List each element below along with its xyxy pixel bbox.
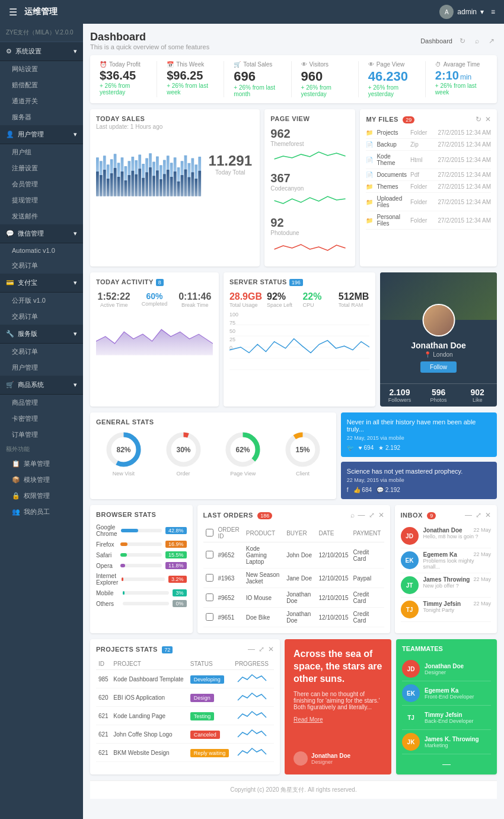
- sidebar-item-auto[interactable]: Automatic v1.0: [0, 243, 83, 258]
- sidebar-item-compensation[interactable]: 赔偿配置: [0, 77, 83, 93]
- sidebar-item-sendemail[interactable]: 发送邮件: [0, 208, 83, 224]
- sidebar-section-shop[interactable]: 🛒 商品系统 ▾: [0, 376, 83, 395]
- svg-rect-45: [149, 167, 152, 196]
- chevron-wechat-icon: ▾: [74, 230, 77, 237]
- sidebar-item-permission-mgmt[interactable]: 🔒 权限管理: [0, 488, 83, 504]
- orders-minus-icon[interactable]: —: [358, 511, 365, 519]
- order-checkbox-3[interactable]: [206, 613, 213, 621]
- browser-name-0: Google Chrome: [96, 524, 117, 537]
- search-button[interactable]: ⌕: [473, 36, 481, 46]
- order-checkbox-1[interactable]: [206, 574, 213, 582]
- total-sales-change: + 26% from last month: [234, 84, 286, 97]
- inbox-expand-icon[interactable]: ⤢: [476, 511, 481, 519]
- twitter-card: Never in all their history have men been…: [341, 412, 497, 457]
- shop-icon: 🛒: [6, 381, 14, 389]
- total-usage-stat: 28.9GB Total Usage: [229, 291, 262, 308]
- order-checkbox-2[interactable]: [206, 593, 213, 601]
- browser-pct-2: 15.5%: [165, 551, 187, 558]
- order-id-1: #1963: [216, 569, 244, 588]
- order-checkbox-0[interactable]: [206, 551, 213, 558]
- svg-text:15%: 15%: [295, 446, 310, 454]
- sidebar-item-channel[interactable]: 通道开关: [0, 93, 83, 109]
- inbox-time-1: 22 May: [473, 551, 491, 558]
- table-row: #9652 IO Mouse Jonathan Doe 12/10/2015 C…: [203, 588, 384, 608]
- breadcrumb-dashboard[interactable]: Dashboard: [420, 37, 452, 45]
- visitors-change: + 26% from yesterday: [301, 84, 353, 97]
- sidebar-item-module-mgmt[interactable]: 📦 模块管理: [0, 472, 83, 488]
- orders-col-checkbox: [203, 524, 216, 542]
- teammates-expand-icon[interactable]: —: [442, 759, 451, 769]
- browser-row-3: Opera 11.8%: [96, 562, 187, 569]
- orders-close-icon[interactable]: ✕: [378, 511, 384, 519]
- inbox-close-icon[interactable]: ✕: [485, 511, 491, 519]
- inbox-panel: INBOX 9 — ⤢ ✕ JD Jonathan Doe 22 May Hel…: [395, 505, 497, 633]
- stat-this-week: 📅 This Week $96.25 + 26% from last week: [162, 61, 224, 97]
- svg-rect-54: [181, 175, 184, 196]
- files-refresh-icon[interactable]: ↻: [476, 115, 481, 123]
- sidebar-item-server[interactable]: 服务器: [0, 109, 83, 125]
- folder-icon-0: 📁: [366, 129, 373, 136]
- teammate-role-0: Designer: [425, 669, 464, 675]
- sidebar-item-withdraw[interactable]: 提现管理: [0, 192, 83, 208]
- hamburger-icon[interactable]: ☰: [9, 7, 17, 18]
- page-view-panel: PAGE VIEW 962 Themeforest 367 Codecanyon: [264, 109, 355, 266]
- sidebar-section-alipay[interactable]: 💳 支付宝 ▾: [0, 274, 83, 293]
- sidebar-item-register[interactable]: 注册设置: [0, 160, 83, 176]
- sidebar-item-wechat-orders[interactable]: 交易订单: [0, 258, 83, 274]
- project-id-0: 985: [96, 670, 111, 688]
- sidebar-item-products[interactable]: 商品管理: [0, 395, 83, 411]
- total-usage-value: 28.9GB: [229, 291, 262, 302]
- blog-author-avatar: [294, 751, 308, 766]
- browser-bar-3: [120, 564, 162, 567]
- project-name-1: EBI iOS Application: [111, 688, 187, 707]
- settings-icon: ⚙: [6, 47, 12, 55]
- sidebar-section-service[interactable]: 🔧 服务版 ▾: [0, 325, 83, 344]
- orders-expand-icon[interactable]: ⤢: [369, 511, 375, 519]
- inbox-minus-icon[interactable]: —: [465, 511, 472, 519]
- project-status-1: Design: [188, 688, 232, 707]
- select-all-checkbox[interactable]: [206, 529, 213, 537]
- chart-button[interactable]: ↗: [486, 36, 497, 46]
- order-date-1: 12/10/2015: [317, 569, 351, 588]
- orders-search-icon[interactable]: ⌕: [350, 511, 355, 519]
- wechat-icon: 💬: [6, 230, 14, 237]
- fb-comments: 💬 2.192: [377, 487, 400, 493]
- sidebar-section-user[interactable]: 👤 用户管理 ▾: [0, 125, 83, 144]
- sidebar-item-alipay-orders[interactable]: 交易订单: [0, 309, 83, 325]
- sidebar-item-website[interactable]: 网站设置: [0, 61, 83, 77]
- sidebar-item-menu-mgmt[interactable]: 📋 菜单管理: [0, 456, 83, 472]
- follow-button[interactable]: Follow: [420, 361, 457, 373]
- svg-rect-39: [127, 175, 130, 196]
- order-product-3: Doe Bike: [244, 608, 284, 627]
- sidebar-item-alipay-public[interactable]: 公开版 v1.0: [0, 293, 83, 309]
- projects-close-icon[interactable]: ✕: [268, 645, 274, 653]
- blog-text: There can be no thought of finishing for…: [294, 691, 382, 710]
- admin-label: admin: [457, 8, 477, 16]
- sidebar-item-orders[interactable]: 订单管理: [0, 427, 83, 443]
- projects-expand-icon[interactable]: ⤢: [259, 645, 264, 653]
- pv-chart-2: [270, 236, 349, 254]
- list-icon[interactable]: ≡: [491, 8, 495, 16]
- blog-read-more[interactable]: Read More: [294, 716, 323, 723]
- admin-info[interactable]: A admin ▾: [439, 5, 484, 19]
- table-row: 620 EBI iOS Application Design: [96, 688, 274, 707]
- inbox-msg-0: Hello, m8 how is goin ?: [423, 534, 492, 539]
- sidebar-item-members[interactable]: 会员管理: [0, 176, 83, 192]
- sidebar-item-usergroup[interactable]: 用户组: [0, 144, 83, 160]
- sales-total-number: 11.291: [206, 153, 254, 169]
- file-row-4: 📁 Themes Folder 27/2/2015 12:34 AM: [366, 181, 491, 193]
- projects-minus-icon[interactable]: —: [248, 645, 255, 653]
- sidebar-item-card-mgmt[interactable]: 卡密管理: [0, 411, 83, 427]
- sidebar-item-service-users[interactable]: 用户管理: [0, 360, 83, 376]
- order-product-0: Kode Gaming Laptop: [244, 542, 284, 569]
- today-sales-title: TODAY SALES: [96, 115, 254, 122]
- svg-rect-31: [100, 175, 103, 196]
- break-time-stat: 0:11:46 Break Time: [177, 291, 213, 308]
- likes-stat: 902 Like: [458, 384, 497, 407]
- sidebar-section-wechat[interactable]: 💬 微信管理 ▾: [0, 224, 83, 243]
- sidebar-item-my-staff[interactable]: 👥 我的员工: [0, 504, 83, 520]
- sidebar-section-system[interactable]: ⚙ 系统设置 ▾: [0, 42, 83, 61]
- files-close-icon[interactable]: ✕: [485, 115, 491, 123]
- sidebar-item-service-orders[interactable]: 交易订单: [0, 344, 83, 360]
- refresh-button[interactable]: ↻: [457, 36, 468, 46]
